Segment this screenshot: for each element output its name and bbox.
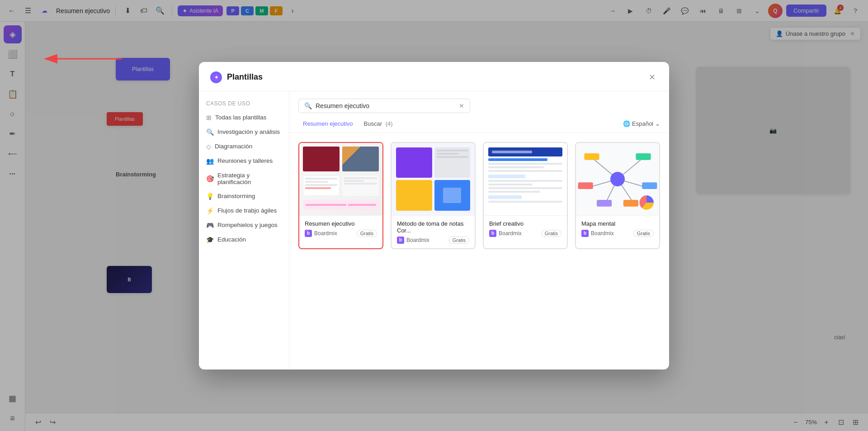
svg-rect-11: [578, 182, 593, 189]
template-footer-brief: b Boardmix Gratis: [489, 230, 561, 237]
nav-item-workflows[interactable]: ⚡ Flujos de trabjo ágiles: [199, 204, 289, 218]
globe-icon: 🌐: [623, 120, 630, 127]
template-footer-exec-summary: b Boardmix Gratis: [305, 230, 377, 237]
search-box: 🔍 ✕: [298, 99, 470, 113]
template-brand-cornell: b Boardmix: [397, 237, 429, 244]
nav-item-brainstorm-label: Brainstorming: [217, 193, 255, 199]
thumb-exec-bg: [299, 143, 382, 215]
template-thumb-brief: [484, 143, 567, 215]
nav-item-strategy[interactable]: 🎯 Estrategia y planificación: [199, 168, 289, 189]
nav-item-education[interactable]: 🎓 Educación: [199, 232, 289, 247]
template-grid: Resumen ejecutivo b Boardmix Gratis: [289, 133, 669, 369]
template-footer-mind-map: b Boardmix Gratis: [581, 230, 654, 237]
filter-tab-search[interactable]: Buscar (4): [359, 118, 397, 129]
templates-modal: ✦ Plantillas ✕ Casos de uso ⊞ Todas las …: [199, 62, 669, 369]
modal-nav: Casos de uso ⊞ Todas las plantillas 🔍 In…: [199, 91, 289, 369]
filter-tab-name[interactable]: Resumen ejecutivo: [298, 118, 358, 129]
nav-item-diagram-label: Diagramación: [215, 143, 252, 150]
modal-header: ✦ Plantillas ✕: [199, 62, 669, 91]
brand-name-4: Boardmix: [591, 230, 614, 237]
nav-item-research[interactable]: 🔍 Investigación y análisis: [199, 125, 289, 139]
filter-tabs: Resumen ejecutivo Buscar (4): [298, 118, 397, 129]
template-info-exec-summary: Resumen ejecutivo b Boardmix Gratis: [299, 215, 382, 242]
template-card-brief[interactable]: Brief creativo b Boardmix Gratis: [483, 142, 568, 249]
svg-rect-13: [597, 200, 612, 207]
template-name-mind-map: Mapa mental: [581, 220, 654, 227]
template-card-mind-map[interactable]: Mapa mental b Boardmix Gratis: [575, 142, 660, 249]
modal-title: Plantillas: [227, 72, 263, 82]
brand-logo-2: b: [397, 237, 404, 244]
template-card-cornell-notes[interactable]: Método de toma de notas Cor... b Boardmi…: [391, 142, 476, 249]
brand-name-2: Boardmix: [406, 237, 429, 243]
template-badge-brief: Gratis: [541, 230, 561, 237]
filter-count: (4): [386, 120, 393, 127]
search-bar-row: 🔍 ✕: [289, 91, 669, 113]
brainstorm-icon: 💡: [206, 193, 214, 200]
nav-item-research-label: Investigación y análisis: [217, 128, 280, 135]
filter-tab-search-label: Buscar: [364, 120, 382, 127]
brand-logo: b: [305, 230, 312, 237]
icebreakers-icon: 🎮: [206, 222, 214, 229]
modal-body: Casos de uso ⊞ Todas las plantillas 🔍 In…: [199, 91, 669, 369]
filter-row: Resumen ejecutivo Buscar (4) 🌐 Español ⌄: [289, 113, 669, 133]
nav-item-icebreakers-label: Rompehielos y juegos: [217, 222, 278, 228]
nav-item-brainstorm[interactable]: 💡 Brainstorming: [199, 189, 289, 204]
template-name-exec-summary: Resumen ejecutivo: [305, 220, 377, 227]
nav-item-meetings-label: Reuniones y talleres: [217, 157, 273, 164]
template-brand-exec-summary: b Boardmix: [305, 230, 337, 237]
all-icon: ⊞: [206, 114, 212, 121]
strategy-icon: 🎯: [206, 175, 214, 182]
modal-logo-icon: ✦: [210, 71, 222, 84]
workflows-icon: ⚡: [206, 207, 214, 214]
diagram-icon: ◇: [206, 143, 211, 150]
modal-overlay: ✦ Plantillas ✕ Casos de uso ⊞ Todas las …: [0, 0, 868, 431]
nav-item-workflows-label: Flujos de trabjo ágiles: [217, 207, 277, 214]
modal-content: 🔍 ✕ Resumen ejecutivo Buscar (4): [289, 91, 669, 369]
nav-item-all-label: Todas las plantillas: [215, 114, 266, 121]
svg-rect-10: [636, 153, 651, 160]
meetings-icon: 👥: [206, 157, 214, 165]
brand-logo-3: b: [489, 230, 496, 237]
chevron-down-icon: ⌄: [655, 120, 660, 127]
template-info-brief: Brief creativo b Boardmix Gratis: [484, 215, 567, 242]
template-thumb-mind: [576, 143, 659, 215]
template-info-cornell: Método de toma de notas Cor... b Boardmi…: [392, 215, 475, 248]
template-brand-brief: b Boardmix: [489, 230, 522, 237]
svg-rect-14: [623, 200, 638, 207]
template-info-mind-map: Mapa mental b Boardmix Gratis: [576, 215, 659, 242]
search-magnifier-icon: 🔍: [304, 102, 312, 109]
template-brand-mind-map: b Boardmix: [581, 230, 614, 237]
nav-item-education-label: Educación: [217, 236, 246, 243]
template-thumb-cornell: [392, 143, 475, 215]
nav-item-meetings[interactable]: 👥 Reuniones y talleres: [199, 154, 289, 168]
nav-item-strategy-label: Estrategia y planificación: [217, 172, 282, 185]
education-icon: 🎓: [206, 236, 214, 243]
template-badge-exec-summary: Gratis: [357, 230, 377, 237]
search-input[interactable]: [316, 102, 455, 109]
nav-item-diagram[interactable]: ◇ Diagramación: [199, 139, 289, 154]
svg-rect-9: [584, 153, 599, 160]
search-clear-button[interactable]: ✕: [459, 102, 464, 109]
svg-text:✦: ✦: [214, 75, 218, 80]
filter-tab-name-label: Resumen ejecutivo: [303, 120, 353, 127]
lang-label: Español: [632, 120, 653, 127]
language-selector[interactable]: 🌐 Español ⌄: [623, 120, 660, 127]
nav-item-icebreakers[interactable]: 🎮 Rompehielos y juegos: [199, 218, 289, 232]
red-arrow: [36, 45, 127, 74]
template-thumb-exec-summary: [299, 143, 382, 215]
brand-logo-4: b: [581, 230, 589, 237]
template-name-brief: Brief creativo: [489, 220, 561, 227]
svg-rect-12: [642, 182, 657, 189]
modal-close-button[interactable]: ✕: [646, 71, 658, 84]
brand-name: Boardmix: [314, 230, 337, 237]
brand-name-3: Boardmix: [499, 230, 522, 237]
nav-section-title: Casos de uso: [199, 99, 289, 110]
template-badge-cornell: Gratis: [449, 237, 469, 244]
nav-item-all[interactable]: ⊞ Todas las plantillas: [199, 110, 289, 125]
research-icon: 🔍: [206, 128, 214, 136]
template-badge-mind-map: Gratis: [633, 230, 654, 237]
template-footer-cornell: b Boardmix Gratis: [397, 237, 469, 244]
template-card-exec-summary[interactable]: Resumen ejecutivo b Boardmix Gratis: [298, 142, 383, 249]
template-name-cornell: Método de toma de notas Cor...: [397, 220, 469, 234]
